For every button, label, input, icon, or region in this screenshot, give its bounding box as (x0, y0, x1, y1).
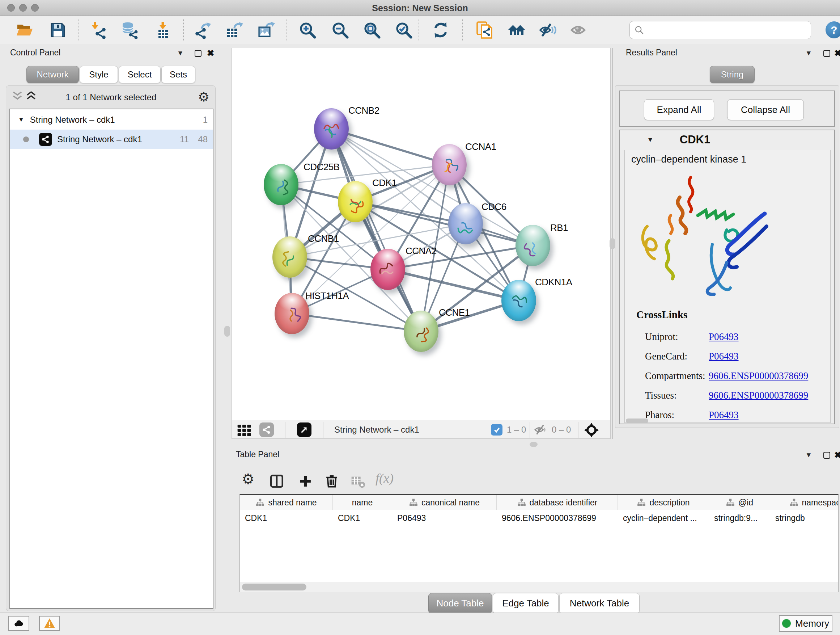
share-document-button[interactable] (475, 21, 494, 40)
crosslink-link[interactable]: 9606.ENSP00000378699 (709, 371, 808, 382)
network-node-cdkn1a[interactable] (501, 280, 536, 321)
open-session-button[interactable] (15, 21, 34, 40)
crosslink-row: GeneCard:P06493 (625, 347, 831, 367)
table-hscrollbar[interactable] (240, 582, 838, 592)
results-scrollbar-stub[interactable] (626, 418, 648, 423)
table-cell[interactable]: P06493 (392, 510, 497, 526)
bottom-splitter-handle[interactable] (530, 442, 538, 447)
import-database-button[interactable] (120, 21, 139, 40)
table-panel-float-icon[interactable] (823, 452, 830, 459)
table-row[interactable]: CDK1CDK1P064939606.ENSP00000378699cyclin… (240, 510, 838, 526)
network-node-cdc25b[interactable] (264, 164, 298, 205)
refresh-button[interactable] (431, 21, 450, 40)
table-cell[interactable]: stringdb:9... (709, 510, 770, 526)
expand-all-button[interactable]: Expand All (644, 99, 714, 120)
results-panel-float-icon[interactable] (823, 50, 830, 57)
export-image-button[interactable] (257, 21, 276, 40)
collapse-all-button[interactable]: Collapse All (727, 99, 804, 120)
save-session-button[interactable] (49, 21, 67, 40)
memory-button[interactable]: Memory (779, 615, 832, 632)
network-node-cdc6[interactable] (448, 203, 483, 244)
right-splitter-handle[interactable] (609, 238, 615, 249)
network-view-canvas[interactable]: CCNB2CCNA1CDC25BCDK1CDC6RB1CCNB1CCNA2CDK… (232, 48, 611, 420)
tab-network-table[interactable]: Network Table (559, 593, 639, 614)
delete-column-trash-icon[interactable] (324, 473, 339, 489)
protein-thumbnail-icon (338, 186, 373, 221)
network-row-selected[interactable]: String Network – cdk1 11 48 (10, 130, 213, 149)
tab-select[interactable]: Select (118, 66, 161, 83)
home-button[interactable] (507, 21, 526, 40)
table-panel-close-icon[interactable]: ✖ (834, 451, 840, 459)
import-network-button[interactable] (89, 21, 108, 40)
network-node-ccnb1[interactable] (272, 236, 307, 278)
crosslink-link[interactable]: P06493 (709, 351, 739, 362)
column-header-canonical-name[interactable]: canonical name (392, 495, 497, 510)
export-network-button[interactable] (193, 21, 212, 40)
network-share-badge-icon[interactable] (259, 423, 274, 437)
table-cell[interactable]: 9606.ENSP00000378699 (497, 510, 618, 526)
memory-label: Memory (795, 618, 829, 629)
gene-collapse-icon[interactable]: ▼ (647, 136, 654, 144)
show-columns-icon[interactable] (269, 473, 284, 489)
control-panel-collapse-icon[interactable]: ▼ (177, 49, 184, 57)
network-node-hist1h1a[interactable] (275, 293, 309, 334)
table-cell[interactable]: stringdb (770, 510, 838, 526)
network-node-cdk1[interactable] (338, 181, 373, 222)
tree-expander-icon[interactable]: ▼ (18, 116, 24, 124)
open-in-window-icon[interactable] (297, 423, 311, 437)
selected-checkbox-icon[interactable] (491, 424, 502, 435)
fit-content-crosshair-icon[interactable] (584, 422, 600, 438)
hidden-eye-slash-icon[interactable] (534, 423, 548, 436)
table-cell[interactable]: CDK1 (333, 510, 392, 526)
results-panel-collapse-icon[interactable]: ▼ (805, 49, 812, 57)
warnings-button[interactable] (39, 616, 60, 631)
column-header--id[interactable]: @id (709, 495, 770, 510)
tab-style[interactable]: Style (80, 66, 118, 83)
export-table-button[interactable] (225, 21, 244, 40)
gene-section-header[interactable]: ▼ CDK1 (620, 130, 834, 149)
tab-sets[interactable]: Sets (161, 66, 195, 83)
column-header-description[interactable]: description (618, 495, 709, 510)
hide-glasses-button[interactable] (538, 21, 557, 40)
crosslink-link[interactable]: P06493 (709, 331, 739, 342)
table-cell[interactable]: cyclin–dependent ... (618, 510, 709, 526)
birdseye-grid-icon[interactable] (237, 423, 253, 437)
crosslink-link[interactable]: P06493 (709, 409, 739, 421)
zoom-in-icon (299, 21, 316, 39)
add-column-icon[interactable] (298, 473, 313, 489)
network-node-rb1[interactable] (515, 225, 550, 266)
cloud-button[interactable] (8, 616, 29, 631)
network-node-ccna1[interactable] (432, 144, 467, 185)
control-panel-close-icon[interactable]: ✖ (207, 49, 214, 57)
tab-edge-table[interactable]: Edge Table (493, 593, 559, 614)
import-table-button[interactable] (153, 21, 172, 40)
results-panel-close-icon[interactable]: ✖ (834, 49, 840, 57)
zoom-out-button[interactable] (331, 21, 349, 40)
table-settings-gear-icon[interactable]: ⚙ (242, 470, 255, 487)
column-header-name[interactable]: name (333, 495, 392, 510)
table-hscrollbar-handle[interactable] (242, 584, 306, 591)
tab-network[interactable]: Network (27, 66, 79, 83)
column-header-namespace[interactable]: namespace (770, 495, 838, 510)
tab-node-table[interactable]: Node Table (428, 593, 492, 614)
zoom-selected-button[interactable] (394, 21, 413, 40)
zoom-fit-button[interactable] (363, 21, 381, 40)
left-splitter-handle[interactable] (224, 326, 230, 337)
show-eye-button[interactable] (569, 21, 588, 40)
network-node-ccnb2[interactable] (314, 108, 349, 149)
search-input[interactable] (647, 25, 806, 35)
crosslink-link[interactable]: 9606.ENSP00000378699 (709, 390, 808, 401)
network-options-gear-icon[interactable]: ⚙ (198, 89, 210, 105)
network-node-ccne1[interactable] (404, 310, 439, 352)
network-collection-row[interactable]: ▼ String Network – cdk1 1 (10, 110, 213, 130)
search-field[interactable] (630, 21, 811, 39)
network-node-ccna2[interactable] (370, 249, 405, 290)
column-header-shared-name[interactable]: shared name (240, 495, 333, 510)
help-button[interactable]: ? (826, 21, 840, 38)
table-panel-collapse-icon[interactable]: ▼ (805, 451, 812, 459)
table-cell[interactable]: CDK1 (240, 510, 333, 526)
zoom-in-button[interactable] (298, 21, 317, 40)
column-header-database-identifier[interactable]: database identifier (497, 495, 618, 510)
control-panel-float-icon[interactable] (195, 50, 202, 57)
tab-string-results[interactable]: String (710, 66, 755, 83)
